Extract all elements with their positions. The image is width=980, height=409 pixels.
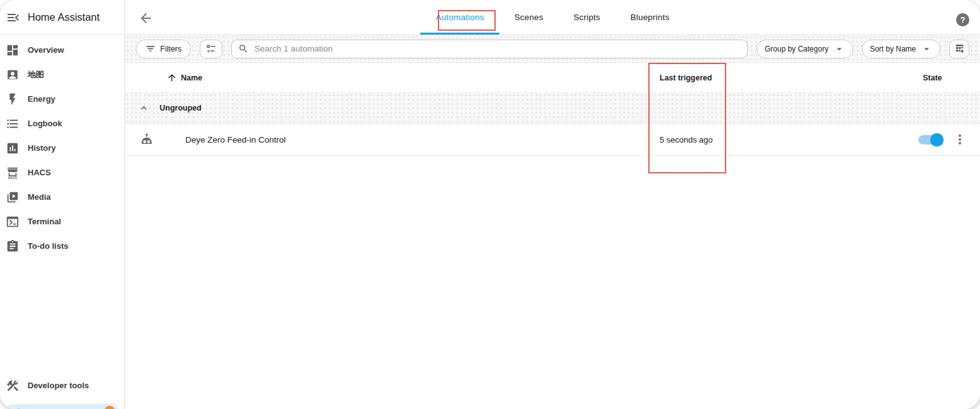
table-header-row: Name Last triggered State bbox=[125, 63, 980, 93]
tab-blueprints[interactable]: Blueprints bbox=[616, 0, 685, 35]
tab-scenes[interactable]: Scenes bbox=[499, 0, 558, 35]
media-icon bbox=[6, 190, 19, 204]
notification-badge bbox=[104, 406, 115, 409]
table-cog-icon bbox=[954, 43, 965, 54]
state-cell bbox=[892, 132, 980, 147]
toolbar: Filters Group by Category Sort by Name bbox=[125, 35, 980, 63]
menu-toggle-icon[interactable] bbox=[6, 10, 21, 25]
table-settings-button[interactable] bbox=[949, 40, 969, 58]
sidebar-header: Home Assistant bbox=[0, 0, 124, 35]
search-icon bbox=[238, 43, 249, 54]
hacs-icon: HACS bbox=[6, 166, 19, 180]
robot-icon bbox=[139, 133, 154, 147]
state-toggle[interactable] bbox=[918, 135, 942, 145]
column-header-last-triggered[interactable]: Last triggered bbox=[660, 74, 892, 82]
sidebar-item-energy[interactable]: Energy bbox=[0, 87, 124, 111]
group-by-dropdown[interactable]: Group by Category bbox=[756, 40, 852, 58]
automation-name-cell: Deye Zero Feed-in Control bbox=[125, 133, 660, 147]
app-title: Home Assistant bbox=[28, 11, 100, 23]
energy-icon bbox=[6, 92, 19, 106]
last-triggered-value: 5 seconds ago bbox=[660, 135, 892, 145]
search-box bbox=[231, 40, 748, 58]
history-icon bbox=[6, 141, 19, 155]
sidebar-item-overview[interactable]: Overview bbox=[0, 38, 124, 62]
automation-row[interactable]: Deye Zero Feed-in Control 5 seconds ago bbox=[125, 124, 980, 156]
sort-by-dropdown[interactable]: Sort by Name bbox=[862, 40, 940, 58]
sidebar-nav: Overview 地图 Energy Logbook History HACS … bbox=[0, 35, 124, 258]
filters-button[interactable]: Filters bbox=[136, 40, 191, 58]
sidebar-item-terminal[interactable]: Terminal bbox=[0, 209, 124, 234]
chevron-down-icon bbox=[921, 43, 932, 55]
sidebar-item-settings[interactable]: Settings bbox=[4, 404, 121, 409]
group-row-ungrouped[interactable]: Ungrouped bbox=[125, 93, 980, 124]
back-arrow-icon[interactable] bbox=[138, 11, 153, 26]
kebab-menu-icon[interactable] bbox=[952, 132, 967, 147]
sidebar-item-todo-lists[interactable]: To-do lists bbox=[0, 234, 124, 258]
logbook-icon bbox=[6, 117, 19, 131]
sidebar-item-map[interactable]: 地图 bbox=[0, 62, 124, 87]
selection-mode-button[interactable] bbox=[200, 40, 222, 58]
column-header-state[interactable]: State bbox=[892, 74, 980, 82]
sidebar-item-logbook[interactable]: Logbook bbox=[0, 111, 124, 136]
svg-text:HACS: HACS bbox=[8, 177, 18, 180]
chevron-down-icon bbox=[834, 43, 845, 55]
list-checks-icon bbox=[206, 43, 217, 54]
help-icon[interactable]: ? bbox=[956, 13, 969, 26]
tab-bar: Automations Scenes Scripts Blueprints ? bbox=[125, 0, 980, 35]
sidebar-item-media[interactable]: Media bbox=[0, 185, 124, 209]
filter-icon bbox=[145, 43, 156, 54]
sidebar-item-hacs[interactable]: HACS HACS bbox=[0, 160, 124, 185]
terminal-icon bbox=[6, 215, 19, 229]
tabs: Automations Scenes Scripts Blueprints bbox=[420, 0, 684, 35]
app-window: Home Assistant Overview 地图 Energy Logboo… bbox=[0, 0, 980, 409]
sort-arrow-up-icon bbox=[166, 72, 177, 83]
tab-scripts[interactable]: Scripts bbox=[558, 0, 616, 35]
sidebar: Home Assistant Overview 地图 Energy Logboo… bbox=[0, 0, 125, 409]
tab-automations[interactable]: Automations bbox=[420, 0, 499, 35]
todo-icon bbox=[6, 239, 19, 253]
sidebar-footer: Developer tools Settings bbox=[0, 373, 124, 409]
search-input[interactable] bbox=[254, 44, 741, 53]
chevron-up-icon[interactable] bbox=[138, 102, 150, 114]
column-header-name[interactable]: Name bbox=[125, 72, 660, 83]
hammer-icon bbox=[6, 379, 19, 393]
sidebar-item-developer-tools[interactable]: Developer tools bbox=[0, 373, 124, 398]
dashboard-icon bbox=[6, 43, 19, 57]
main-content: Automations Scenes Scripts Blueprints ? … bbox=[125, 0, 980, 409]
map-person-icon bbox=[6, 68, 19, 82]
sidebar-item-history[interactable]: History bbox=[0, 136, 124, 160]
